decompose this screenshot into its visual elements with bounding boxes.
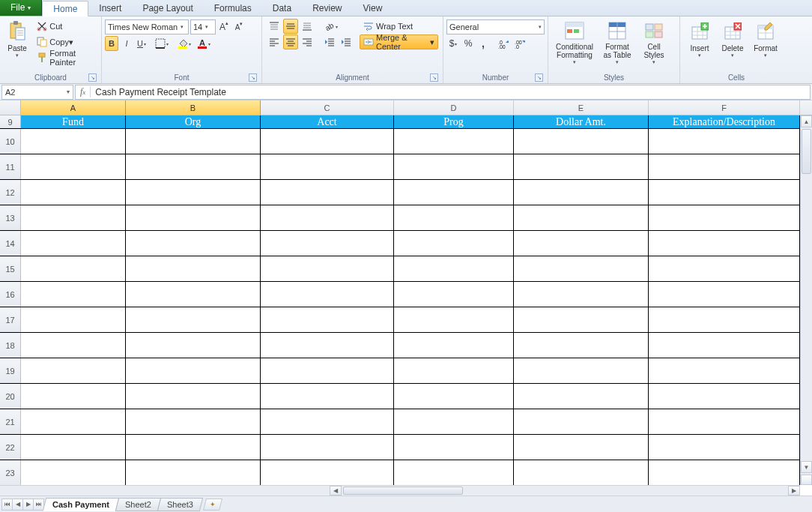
cell-c18[interactable]: [261, 333, 394, 358]
cell-e13[interactable]: [514, 205, 649, 230]
dialog-launcher[interactable]: ↘: [88, 73, 97, 82]
cell-e21[interactable]: [514, 409, 649, 434]
row-header-16[interactable]: 16: [0, 282, 21, 307]
insert-cells-button[interactable]: Insert▾: [683, 18, 716, 67]
row-header-13[interactable]: 13: [0, 205, 21, 230]
conditional-formatting-button[interactable]: Conditional Formatting▾: [551, 18, 598, 67]
row-header-12[interactable]: 12: [0, 180, 21, 205]
cell-b13[interactable]: [126, 205, 261, 230]
hscroll-thumb[interactable]: [343, 487, 463, 495]
sheet-nav-prev[interactable]: ◀: [12, 499, 23, 511]
scroll-up-button[interactable]: ▲: [801, 115, 812, 127]
align-right-button[interactable]: [300, 34, 315, 49]
font-color-button[interactable]: A▾: [195, 36, 213, 51]
hscroll-track[interactable]: [342, 486, 788, 496]
font-name-combo[interactable]: Times New Roman▾: [105, 19, 189, 34]
sheet-nav-first[interactable]: ⏮: [1, 499, 13, 511]
format-cells-button[interactable]: Format▾: [749, 18, 782, 67]
cell-a16[interactable]: [21, 282, 126, 307]
sheet-nav-next[interactable]: ▶: [22, 499, 34, 511]
cell-c10[interactable]: [261, 129, 394, 154]
formula-input[interactable]: [91, 85, 810, 99]
cell-c16[interactable]: [261, 282, 394, 307]
row-header-18[interactable]: 18: [0, 333, 21, 358]
cell-e22[interactable]: [514, 435, 649, 460]
select-all-corner[interactable]: [0, 100, 21, 115]
cell-a18[interactable]: [21, 333, 126, 358]
cell-d18[interactable]: [394, 333, 514, 358]
cell-c11[interactable]: [261, 154, 394, 179]
cell-c14[interactable]: [261, 231, 394, 256]
cell-b17[interactable]: [126, 307, 261, 332]
tab-home[interactable]: Home: [42, 1, 88, 16]
cell-c22[interactable]: [261, 435, 394, 460]
row-header-22[interactable]: 22: [0, 435, 21, 460]
row-header-15[interactable]: 15: [0, 256, 21, 281]
align-bottom-button[interactable]: [300, 19, 315, 34]
cell-f20[interactable]: [649, 384, 800, 409]
cell-styles-button[interactable]: Cell Styles▾: [637, 18, 671, 67]
cut-button[interactable]: Cut: [33, 19, 97, 34]
cell-f14[interactable]: [649, 231, 800, 256]
cell-d16[interactable]: [394, 282, 514, 307]
merge-center-button[interactable]: Merge & Center ▾: [360, 34, 438, 49]
row-header-9[interactable]: 9: [0, 115, 21, 128]
number-format-combo[interactable]: General▾: [446, 19, 545, 34]
cell-b15[interactable]: [126, 256, 261, 281]
decrease-decimal-button[interactable]: .00.0: [512, 36, 527, 51]
decrease-indent-button[interactable]: [322, 34, 337, 49]
cell-e17[interactable]: [514, 307, 649, 332]
font-size-combo[interactable]: 14▾: [190, 19, 216, 34]
vsplit-handle[interactable]: [801, 475, 812, 485]
accounting-button[interactable]: $▾: [446, 36, 460, 51]
cell-a13[interactable]: [21, 205, 126, 230]
align-top-button[interactable]: [267, 19, 282, 34]
cell-b22[interactable]: [126, 435, 261, 460]
tab-formulas[interactable]: Formulas: [204, 0, 262, 16]
col-header-c[interactable]: C: [261, 100, 394, 115]
percent-button[interactable]: %: [461, 36, 475, 51]
cell-d19[interactable]: [394, 358, 514, 383]
cell-b20[interactable]: [126, 384, 261, 409]
align-center-button[interactable]: [283, 34, 298, 49]
sheet-tab-sheet2[interactable]: Sheet2: [115, 498, 161, 511]
cell-b18[interactable]: [126, 333, 261, 358]
cell-a17[interactable]: [21, 307, 126, 332]
cell-f13[interactable]: [649, 205, 800, 230]
cell-d23[interactable]: [394, 460, 514, 485]
cell-e20[interactable]: [514, 384, 649, 409]
cell-e14[interactable]: [514, 231, 649, 256]
row-header-21[interactable]: 21: [0, 409, 21, 434]
row-header-23[interactable]: 23: [0, 460, 21, 485]
dialog-launcher[interactable]: ↘: [249, 73, 257, 82]
scroll-down-button[interactable]: ▼: [801, 461, 812, 473]
tab-review[interactable]: Review: [302, 0, 352, 16]
copy-button[interactable]: Copy ▾: [33, 34, 97, 49]
cell-d15[interactable]: [394, 256, 514, 281]
cell-e19[interactable]: [514, 358, 649, 383]
row-header-19[interactable]: 19: [0, 358, 21, 383]
format-painter-button[interactable]: Format Painter: [33, 50, 97, 65]
cell-d9[interactable]: Prog: [394, 115, 514, 128]
cell-d17[interactable]: [394, 307, 514, 332]
col-header-b[interactable]: B: [126, 100, 261, 115]
cell-e11[interactable]: [514, 154, 649, 179]
cell-d12[interactable]: [394, 180, 514, 205]
cell-c17[interactable]: [261, 307, 394, 332]
align-left-button[interactable]: [267, 34, 282, 49]
cell-a11[interactable]: [21, 154, 126, 179]
dialog-launcher[interactable]: ↘: [535, 73, 543, 82]
tab-view[interactable]: View: [353, 0, 393, 16]
horizontal-scrollbar[interactable]: ◀ ▶: [330, 486, 800, 496]
cell-c21[interactable]: [261, 409, 394, 434]
col-header-a[interactable]: A: [21, 100, 126, 115]
cell-f17[interactable]: [649, 307, 800, 332]
cell-b21[interactable]: [126, 409, 261, 434]
row-header-20[interactable]: 20: [0, 384, 21, 409]
tab-insert[interactable]: Insert: [88, 0, 132, 16]
cell-a9[interactable]: Fund: [21, 115, 126, 128]
scroll-left-button[interactable]: ◀: [330, 486, 342, 496]
fill-color-button[interactable]: ▾: [175, 36, 193, 51]
vertical-scrollbar[interactable]: ▲ ▼: [800, 115, 812, 485]
tab-page-layout[interactable]: Page Layout: [132, 0, 203, 16]
